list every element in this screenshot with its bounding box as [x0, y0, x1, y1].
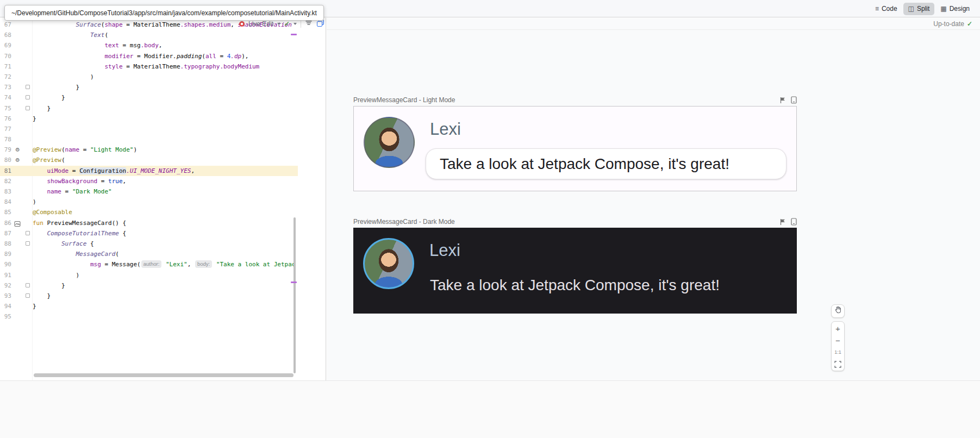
build-status-check-icon[interactable]: ✓	[284, 20, 290, 28]
code-line-69[interactable]: 69 text = msg.body,	[0, 40, 298, 51]
code-text[interactable]: fun PreviewMessageCard() {	[33, 218, 298, 228]
light-preview-header: PreviewMessageCard - Light Mode	[353, 96, 797, 104]
gutter-spacer	[11, 228, 23, 239]
fold-marker[interactable]	[23, 103, 33, 114]
horizontal-scrollbar[interactable]	[34, 373, 294, 377]
compose-preview-gutter-icon[interactable]	[11, 218, 23, 228]
zoom-out-button[interactable]: −	[832, 334, 844, 346]
code-line-78[interactable]: 78	[0, 134, 298, 145]
fold-spacer	[23, 124, 33, 134]
code-text[interactable]: style = MaterialTheme.typography.bodyMed…	[33, 61, 298, 72]
code-text[interactable]	[33, 311, 298, 322]
fold-spacer	[23, 145, 33, 155]
message-text: Take a look at Jetpack Compose, it's gre…	[430, 277, 720, 294]
code-line-77[interactable]: 77	[0, 124, 298, 134]
code-text[interactable]: }	[33, 280, 298, 291]
code-line-91[interactable]: 91 )	[0, 270, 298, 280]
fold-marker[interactable]	[23, 291, 33, 301]
light-preview-card[interactable]: Lexi Take a look at Jetpack Compose, it'…	[353, 106, 797, 191]
code-text[interactable]: MessageCard(	[33, 249, 298, 259]
message-author: Lexi	[430, 120, 461, 139]
zoom-in-button[interactable]: +	[832, 322, 844, 334]
code-text[interactable]: text = msg.body,	[33, 40, 298, 51]
code-line-79[interactable]: 79⚙@Preview(name = "Light Mode")	[0, 145, 298, 155]
code-line-94[interactable]: 94}	[0, 301, 298, 311]
code-editor-pane[interactable]: 67 Surface(shape = MaterialTheme.shapes.…	[0, 18, 326, 380]
zoom-actual-size-button[interactable]: 1:1	[832, 346, 844, 358]
editor-mode-switch: ≡ Code ◫ Split ▦ Design	[870, 2, 975, 15]
code-mode-button[interactable]: ≡ Code	[870, 3, 902, 15]
preview-sync-status: Up-to-date	[933, 20, 964, 28]
code-text[interactable]: )	[33, 197, 298, 207]
code-line-92[interactable]: 92 }	[0, 280, 298, 291]
code-text[interactable]: @Preview(name = "Light Mode")	[33, 145, 298, 155]
line-number: 76	[0, 114, 11, 124]
code-line-68[interactable]: 68 Text(	[0, 30, 298, 40]
live-edit-label[interactable]: Live Edit	[248, 20, 273, 28]
code-text[interactable]: }	[33, 291, 298, 301]
code-text[interactable]: showBackground = true,	[33, 176, 298, 186]
zoom-to-fit-button[interactable]	[832, 358, 844, 370]
code-text[interactable]: modifier = Modifier.padding(all = 4.dp),	[33, 51, 298, 61]
code-line-84[interactable]: 84)	[0, 197, 298, 207]
code-line-95[interactable]: 95	[0, 311, 298, 322]
deploy-to-device-icon[interactable]	[791, 96, 797, 104]
code-text[interactable]	[33, 134, 298, 145]
code-text[interactable]: }	[33, 92, 298, 103]
preview-settings-gear-icon[interactable]: ⚙	[11, 155, 23, 165]
code-line-72[interactable]: 72 )	[0, 72, 298, 82]
code-text[interactable]: }	[33, 103, 298, 114]
code-text[interactable]: msg = Message(author: "Lexi", body: "Tak…	[33, 259, 298, 270]
code-line-87[interactable]: 87 ComposeTutorialTheme {	[0, 228, 298, 239]
code-text[interactable]: uiMode = Configuration.UI_MODE_NIGHT_YES…	[33, 166, 298, 176]
code-text[interactable]: Surface {	[33, 239, 298, 249]
code-text[interactable]: )	[33, 270, 298, 280]
code-line-88[interactable]: 88 Surface {	[0, 239, 298, 249]
code-line-90[interactable]: 90 msg = Message(author: "Lexi", body: "…	[0, 259, 298, 270]
code-line-83[interactable]: 83 name = "Dark Mode"	[0, 186, 298, 197]
split-mode-button[interactable]: ◫ Split	[903, 3, 935, 15]
interactive-mode-icon[interactable]	[779, 97, 786, 104]
code-text[interactable]: ComposeTutorialTheme {	[33, 228, 298, 239]
code-line-73[interactable]: 73 }	[0, 82, 298, 92]
fold-marker[interactable]	[23, 82, 33, 92]
fold-marker[interactable]	[23, 92, 33, 103]
code-text[interactable]: name = "Dark Mode"	[33, 186, 298, 197]
pan-button[interactable]	[831, 304, 845, 318]
code-text[interactable]: Text(	[33, 30, 298, 40]
code-line-70[interactable]: 70 modifier = Modifier.padding(all = 4.d…	[0, 51, 298, 61]
code-text[interactable]: @Composable	[33, 207, 298, 217]
code-text[interactable]: )	[33, 72, 298, 82]
code-text[interactable]	[33, 124, 298, 134]
code-line-76[interactable]: 76}	[0, 114, 298, 124]
design-mode-button[interactable]: ▦ Design	[935, 3, 975, 15]
dark-preview-card[interactable]: Lexi Take a look at Jetpack Compose, it'…	[353, 228, 797, 314]
vertical-scrollbar[interactable]	[294, 217, 296, 373]
code-line-75[interactable]: 75 }	[0, 103, 298, 114]
code-line-86[interactable]: 86fun PreviewMessageCard() {	[0, 218, 298, 228]
chevron-down-icon[interactable]	[277, 23, 280, 25]
fold-marker[interactable]	[23, 239, 33, 249]
code-line-85[interactable]: 85@Composable	[0, 207, 298, 217]
gutter-spacer	[11, 270, 23, 280]
code-line-89[interactable]: 89 MessageCard(	[0, 249, 298, 259]
code-line-71[interactable]: 71 style = MaterialTheme.typography.body…	[0, 61, 298, 72]
fold-marker[interactable]	[23, 280, 33, 291]
preview-settings-gear-icon[interactable]: ⚙	[11, 145, 23, 155]
code-text[interactable]: @Preview(	[33, 155, 298, 165]
chevron-down-icon[interactable]	[294, 23, 297, 25]
code-lines[interactable]: 67 Surface(shape = MaterialTheme.shapes.…	[0, 20, 298, 322]
deploy-to-device-icon[interactable]	[791, 218, 797, 226]
fold-marker[interactable]	[23, 228, 33, 239]
code-text[interactable]: }	[33, 301, 298, 311]
file-path-popup[interactable]: ~/Development/GitHub/ComposeTutorial3/ap…	[4, 5, 324, 21]
interactive-mode-icon[interactable]	[779, 218, 786, 226]
code-line-93[interactable]: 93 }	[0, 291, 298, 301]
code-line-80[interactable]: 80⚙@Preview(	[0, 155, 298, 165]
code-line-81[interactable]: 81 uiMode = Configuration.UI_MODE_NIGHT_…	[0, 166, 298, 176]
code-line-74[interactable]: 74 }	[0, 92, 298, 103]
code-text[interactable]: }	[33, 82, 298, 92]
code-text[interactable]: }	[33, 114, 298, 124]
code-line-82[interactable]: 82 showBackground = true,	[0, 176, 298, 186]
compose-preview-pane: Up-to-date ✓ PreviewMessageCard - Light …	[327, 18, 980, 380]
